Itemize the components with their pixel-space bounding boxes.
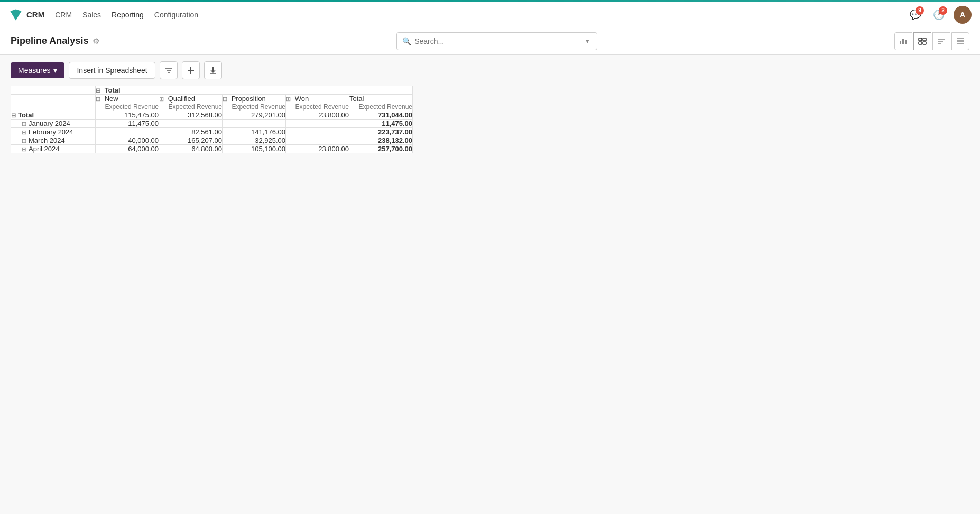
svg-rect-5 bbox=[919, 38, 922, 41]
page-title-row: Pipeline Analysis ⚙ bbox=[11, 35, 99, 47]
svg-rect-8 bbox=[923, 42, 926, 44]
logo: CRM bbox=[8, 7, 44, 22]
stage-proposition-header: ⊞ Proposition bbox=[223, 95, 286, 103]
pivot-cell: 165,207.00 bbox=[159, 136, 223, 145]
page-title: Pipeline Analysis bbox=[11, 35, 88, 47]
pivot-container: ⊟ Total ⊞ New ⊞ Qualified ⊞ Proposition bbox=[0, 86, 980, 164]
pivot-cell: 257,700.00 bbox=[349, 145, 413, 153]
pivot-cell: 279,201.00 bbox=[223, 111, 286, 120]
measures-dropdown-icon: ▾ bbox=[53, 66, 57, 75]
table-row: ⊞March 202440,000.00165,207.0032,925.002… bbox=[11, 136, 413, 145]
pivot-cell: 64,000.00 bbox=[96, 145, 159, 153]
collapse-total-icon[interactable]: ⊟ bbox=[96, 87, 100, 94]
pivot-cell: 11,475.00 bbox=[96, 120, 159, 128]
bar-chart-view-button[interactable] bbox=[894, 32, 912, 50]
month-row-header: ⊞March 2024 bbox=[11, 136, 96, 145]
menu-item-crm[interactable]: CRM bbox=[55, 8, 72, 21]
svg-rect-3 bbox=[902, 39, 904, 44]
pivot-cell: 32,925.00 bbox=[223, 136, 286, 145]
pivot-cell: 312,568.00 bbox=[159, 111, 223, 120]
pivot-cell bbox=[223, 120, 286, 128]
expand-row-icon[interactable]: ⊞ bbox=[22, 137, 26, 144]
search-input[interactable] bbox=[414, 37, 580, 45]
stage-qualified-header: ⊞ Qualified bbox=[159, 95, 223, 103]
table-row: ⊞January 202411,475.0011,475.00 bbox=[11, 120, 413, 128]
menu-item-sales[interactable]: Sales bbox=[82, 8, 101, 21]
toolbar: Measures ▾ Insert in Spreadsheet bbox=[0, 55, 980, 86]
clock-badge: 2 bbox=[939, 6, 947, 15]
expand-proposition-icon[interactable]: ⊞ bbox=[223, 96, 227, 102]
pivot-cell: 23,800.00 bbox=[286, 111, 349, 120]
pivot-cell: 11,475.00 bbox=[349, 120, 413, 128]
notifications-button[interactable]: 💬 9 bbox=[907, 6, 924, 23]
download-button[interactable] bbox=[204, 61, 222, 79]
pivot-cell: 115,475.00 bbox=[96, 111, 159, 120]
measure-proposition: Expected Revenue bbox=[223, 103, 286, 111]
app-name: CRM bbox=[26, 10, 44, 19]
pivot-cell bbox=[159, 120, 223, 128]
stage-new-header: ⊞ New bbox=[96, 95, 159, 103]
pivot-cell bbox=[286, 136, 349, 145]
grand-total-header: Total bbox=[349, 95, 413, 103]
expand-row-icon[interactable]: ⊞ bbox=[22, 146, 26, 152]
svg-rect-2 bbox=[900, 41, 901, 44]
settings-icon[interactable]: ⚙ bbox=[93, 36, 99, 46]
expand-row-icon[interactable]: ⊞ bbox=[22, 121, 26, 127]
pivot-cell: 223,737.00 bbox=[349, 128, 413, 136]
month-row-header: ⊞April 2024 bbox=[11, 145, 96, 153]
expand-row-icon[interactable]: ⊞ bbox=[22, 129, 26, 135]
list-view-button[interactable] bbox=[951, 32, 969, 50]
menu-item-reporting[interactable]: Reporting bbox=[112, 8, 144, 21]
user-avatar[interactable]: A bbox=[954, 6, 972, 24]
table-row: ⊞April 202464,000.0064,800.00105,100.002… bbox=[11, 145, 413, 153]
expand-won-icon[interactable]: ⊞ bbox=[286, 96, 291, 102]
pivot-cell: 40,000.00 bbox=[96, 136, 159, 145]
measure-qualified: Expected Revenue bbox=[159, 103, 223, 111]
main-menu: CRM Sales Reporting Configuration bbox=[55, 8, 198, 21]
clock-button[interactable]: 🕐 2 bbox=[930, 6, 947, 23]
search-bar[interactable]: 🔍 ▾ bbox=[396, 32, 597, 50]
measures-button[interactable]: Measures ▾ bbox=[11, 62, 64, 78]
measure-new: Expected Revenue bbox=[96, 103, 159, 111]
pivot-cell: 731,044.00 bbox=[349, 111, 413, 120]
table-row: ⊟Total115,475.00312,568.00279,201.0023,8… bbox=[11, 111, 413, 120]
pivot-cell bbox=[286, 120, 349, 128]
pivot-view-button[interactable] bbox=[913, 32, 931, 50]
total-row-header: ⊟Total bbox=[11, 111, 96, 120]
pivot-cell: 82,561.00 bbox=[159, 128, 223, 136]
sort-view-button[interactable] bbox=[932, 32, 950, 50]
topnav-right: 💬 9 🕐 2 A bbox=[907, 6, 972, 24]
pivot-cell bbox=[96, 128, 159, 136]
search-icon: 🔍 bbox=[402, 37, 411, 45]
add-button[interactable] bbox=[182, 61, 200, 79]
notifications-badge: 9 bbox=[916, 6, 924, 15]
svg-rect-7 bbox=[919, 42, 922, 44]
menu-item-configuration[interactable]: Configuration bbox=[154, 8, 198, 21]
pivot-table: ⊟ Total ⊞ New ⊞ Qualified ⊞ Proposition bbox=[11, 86, 413, 153]
expand-new-icon[interactable]: ⊞ bbox=[96, 96, 100, 102]
pivot-cell: 238,132.00 bbox=[349, 136, 413, 145]
insert-spreadsheet-button[interactable]: Insert in Spreadsheet bbox=[69, 62, 155, 79]
stage-won-header: ⊞ Won bbox=[286, 95, 349, 103]
pivot-cell bbox=[286, 128, 349, 136]
month-row-header: ⊞February 2024 bbox=[11, 128, 96, 136]
svg-rect-4 bbox=[905, 40, 907, 44]
measure-total: Expected Revenue bbox=[349, 103, 413, 111]
svg-rect-6 bbox=[923, 38, 926, 41]
top-navigation: CRM CRM Sales Reporting Configuration 💬 … bbox=[0, 2, 980, 27]
measure-won: Expected Revenue bbox=[286, 103, 349, 111]
table-row: ⊞February 202482,561.00141,176.00223,737… bbox=[11, 128, 413, 136]
view-buttons bbox=[894, 32, 969, 50]
search-dropdown-button[interactable]: ▾ bbox=[584, 36, 591, 46]
subheader: Pipeline Analysis ⚙ 🔍 ▾ bbox=[0, 27, 980, 55]
pivot-cell: 64,800.00 bbox=[159, 145, 223, 153]
expand-qualified-icon[interactable]: ⊞ bbox=[159, 96, 164, 102]
month-row-header: ⊞January 2024 bbox=[11, 120, 96, 128]
pivot-cell: 23,800.00 bbox=[286, 145, 349, 153]
collapse-total-row-icon[interactable]: ⊟ bbox=[11, 112, 16, 118]
total-header: ⊟ Total bbox=[96, 86, 349, 95]
filters-icon-button[interactable] bbox=[160, 61, 178, 79]
pivot-cell: 105,100.00 bbox=[223, 145, 286, 153]
pivot-cell: 141,176.00 bbox=[223, 128, 286, 136]
